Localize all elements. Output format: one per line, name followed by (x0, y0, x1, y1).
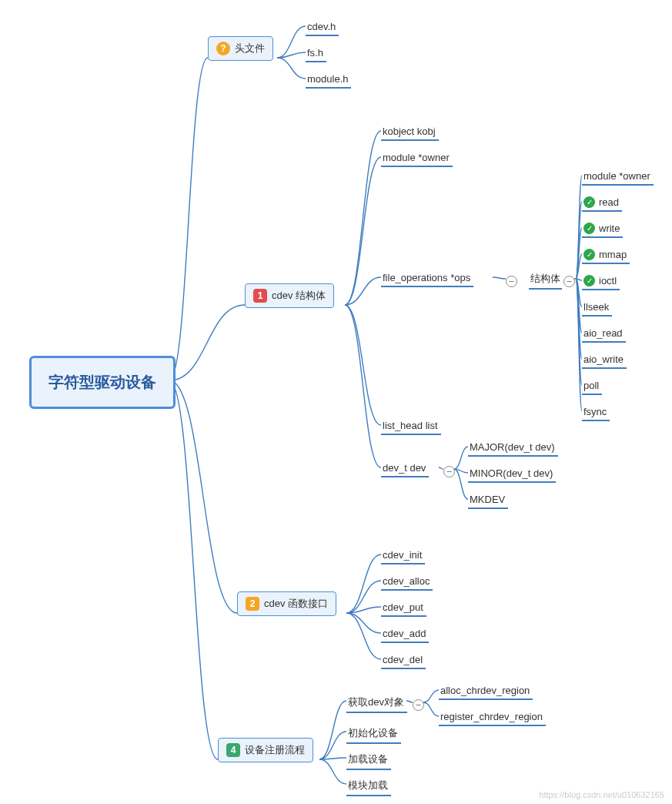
topic-cdev-funcs[interactable]: 2 cdev 函数接口 (237, 591, 336, 616)
leaf-node[interactable]: llseek (582, 299, 612, 317)
leaf-node[interactable]: 加载设备 (346, 750, 391, 770)
topic-headers[interactable]: ? 头文件 (208, 36, 273, 61)
leaf-label: list_head list (383, 420, 438, 431)
leaf-label: register_chrdev_region (440, 711, 543, 722)
topic-label: 设备注册流程 (245, 743, 305, 757)
leaf-node[interactable]: register_chrdev_region (439, 709, 546, 726)
leaf-label: mmap (599, 249, 627, 260)
leaf-node[interactable]: alloc_chrdev_region (439, 682, 533, 700)
leaf-label: module *owner (583, 170, 650, 182)
leaf-label: llseek (583, 301, 609, 313)
watermark: https://blog.csdn.net/u010632165 (539, 790, 664, 799)
leaf-node[interactable]: file_operations *ops (381, 270, 473, 287)
leaf-node[interactable]: cdev_add (381, 625, 429, 643)
leaf-node[interactable]: ✓read (582, 194, 622, 212)
leaf-label: cdev_init (383, 549, 422, 561)
topic-cdev-struct[interactable]: 1 cdev 结构体 (245, 283, 334, 308)
check-icon: ✓ (583, 275, 595, 286)
leaf-label: 加载设备 (348, 752, 388, 766)
leaf-node[interactable]: MAJOR(dev_t dev) (468, 439, 558, 457)
leaf-node[interactable]: aio_write (582, 351, 627, 369)
leaf-label: 获取dev对象 (348, 695, 404, 709)
leaf-node[interactable]: cdev.h (306, 18, 339, 36)
leaf-node[interactable]: fsync (582, 404, 610, 421)
collapse-toggle-icon[interactable]: – (506, 276, 517, 287)
leaf-label: fsync (583, 406, 607, 417)
leaf-node[interactable]: dev_t dev (381, 460, 429, 477)
question-icon: ? (216, 42, 230, 55)
fops-struct-label[interactable]: 结构体 (529, 270, 562, 290)
leaf-node[interactable]: module *owner (582, 168, 654, 186)
leaf-node[interactable]: MINOR(dev_t dev) (468, 465, 556, 483)
collapse-toggle-icon[interactable]: – (443, 466, 455, 477)
collapse-toggle-icon[interactable]: – (413, 699, 424, 711)
check-icon: ✓ (583, 223, 595, 234)
leaf-label: 初始化设备 (348, 726, 398, 740)
number-badge-1: 1 (253, 289, 267, 303)
leaf-node[interactable]: 获取dev对象 (346, 693, 407, 713)
leaf-label: alloc_chrdev_region (440, 685, 530, 696)
topic-label: cdev 结构体 (272, 289, 326, 303)
leaf-label: ioctl (599, 275, 617, 286)
leaf-node[interactable]: module.h (306, 71, 351, 89)
check-icon: ✓ (583, 196, 595, 208)
leaf-node[interactable]: ✓write (582, 220, 623, 238)
leaf-label: module *owner (383, 152, 450, 163)
number-badge-2: 2 (246, 597, 259, 611)
leaf-label: MKDEV (470, 494, 505, 505)
leaf-label: kobject kobj (383, 126, 436, 137)
leaf-label: file_operations *ops (383, 272, 470, 283)
leaf-node[interactable]: fs.h (306, 45, 326, 62)
leaf-node[interactable]: aio_read (582, 325, 626, 343)
leaf-label: MINOR(dev_t dev) (470, 467, 553, 479)
leaf-node[interactable]: MKDEV (468, 491, 508, 509)
leaf-label: dev_t dev (383, 462, 426, 474)
leaf-node[interactable]: ✓ioctl (582, 273, 620, 290)
collapse-toggle-icon[interactable]: – (563, 276, 575, 287)
leaf-node[interactable]: cdev_init (381, 547, 425, 564)
leaf-node[interactable]: 初始化设备 (346, 724, 401, 744)
leaf-label: module.h (307, 73, 348, 85)
leaf-node[interactable]: list_head list (381, 417, 441, 435)
leaf-label: fs.h (307, 47, 323, 59)
root-node[interactable]: 字符型驱动设备 (29, 356, 176, 409)
leaf-node[interactable]: 模块加载 (346, 776, 391, 796)
leaf-node[interactable]: cdev_put (381, 599, 426, 617)
leaf-label: cdev_add (383, 628, 426, 639)
leaf-node[interactable]: cdev_del (381, 652, 426, 669)
leaf-label: cdev_put (383, 601, 423, 613)
leaf-label: aio_write (583, 353, 624, 365)
leaf-node[interactable]: ✓mmap (582, 246, 630, 264)
leaf-node[interactable]: poll (582, 377, 602, 395)
leaf-label: aio_read (583, 327, 623, 339)
leaf-label: cdev_alloc (383, 575, 430, 587)
leaf-label: MAJOR(dev_t dev) (470, 441, 555, 453)
leaf-label: write (599, 223, 620, 234)
leaf-node[interactable]: module *owner (381, 149, 453, 167)
number-badge-4: 4 (226, 743, 240, 757)
leaf-label: poll (583, 380, 599, 391)
check-icon: ✓ (583, 249, 595, 260)
leaf-label: read (599, 196, 619, 208)
leaf-label: cdev.h (307, 21, 336, 32)
leaf-label: cdev_del (383, 654, 423, 665)
topic-label: 头文件 (235, 42, 265, 55)
topic-register-flow[interactable]: 4 设备注册流程 (218, 738, 313, 762)
leaf-node[interactable]: cdev_alloc (381, 573, 433, 591)
leaf-label: 模块加载 (348, 779, 388, 792)
topic-label: cdev 函数接口 (264, 597, 328, 611)
leaf-node[interactable]: kobject kobj (381, 123, 439, 141)
